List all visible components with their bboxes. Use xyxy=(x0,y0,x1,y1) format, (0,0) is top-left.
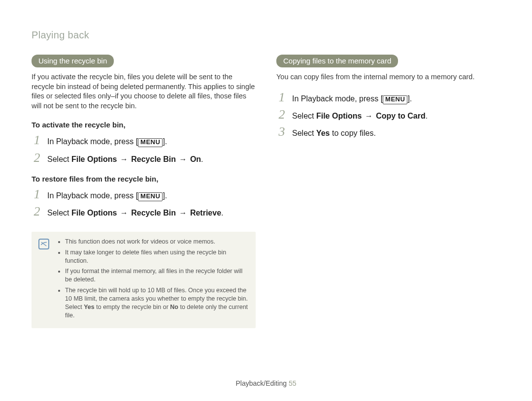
step-number: 2 xyxy=(32,205,42,218)
step-item: 1 In Playback mode, press [MENU]. xyxy=(276,91,500,104)
page-number: 55 xyxy=(289,379,297,387)
step-item: 1 In Playback mode, press [MENU]. xyxy=(32,134,256,147)
note-item: It may take longer to delete files when … xyxy=(65,248,249,265)
step-number: 1 xyxy=(32,188,42,201)
step-number: 2 xyxy=(32,152,42,164)
steps-copy-files: 1 In Playback mode, press [MENU]. 2 Sele… xyxy=(276,91,500,139)
step-text: Select File Options → Recycle Bin → On. xyxy=(47,154,203,165)
menu-button-label: MENU xyxy=(138,138,163,147)
right-column: Copying files to the memory card You can… xyxy=(276,55,500,328)
recycle-bin-description: If you activate the recycle bin, files y… xyxy=(32,72,256,111)
content-columns: Using the recycle bin If you activate th… xyxy=(32,55,500,328)
step-text: In Playback mode, press [MENU]. xyxy=(292,93,412,104)
step-number: 2 xyxy=(276,108,287,121)
subhead-activate-recycle-bin: To activate the recycle bin, xyxy=(32,121,256,129)
copy-files-description: You can copy files from the internal mem… xyxy=(276,72,500,82)
step-number: 1 xyxy=(32,134,42,147)
menu-button-label: MENU xyxy=(138,192,163,201)
note-icon xyxy=(38,239,49,249)
step-text: Select Yes to copy files. xyxy=(292,128,376,139)
step-item: 2 Select File Options → Copy to Card. xyxy=(276,108,500,122)
step-number: 3 xyxy=(276,125,287,138)
step-text: In Playback mode, press [MENU]. xyxy=(47,190,167,201)
step-item: 2 Select File Options → Recycle Bin → Re… xyxy=(32,205,256,218)
note-list: This function does not work for videos o… xyxy=(56,238,249,322)
step-text: In Playback mode, press [MENU]. xyxy=(47,136,167,147)
step-item: 2 Select File Options → Recycle Bin → On… xyxy=(32,152,256,165)
step-item: 3 Select Yes to copy files. xyxy=(276,125,500,139)
footer-section: Playback/Editing xyxy=(236,379,289,387)
steps-restore-recycle-bin: 1 In Playback mode, press [MENU]. 2 Sele… xyxy=(32,188,256,219)
left-column: Using the recycle bin If you activate th… xyxy=(32,55,256,328)
step-text: Select File Options → Recycle Bin → Retr… xyxy=(47,208,223,218)
step-item: 1 In Playback mode, press [MENU]. xyxy=(32,188,256,201)
manual-page: Playing back Using the recycle bin If yo… xyxy=(0,0,532,401)
menu-button-label: MENU xyxy=(383,95,407,104)
note-item: The recycle bin will hold up to 10 MB of… xyxy=(65,286,249,320)
page-footer: Playback/Editing 55 xyxy=(0,379,532,387)
step-number: 1 xyxy=(276,91,287,104)
section-pill-recycle-bin: Using the recycle bin xyxy=(32,55,114,67)
steps-activate-recycle-bin: 1 In Playback mode, press [MENU]. 2 Sele… xyxy=(32,134,256,165)
subhead-restore-recycle-bin: To restore files from the recycle bin, xyxy=(32,175,256,183)
section-pill-copy-files: Copying files to the memory card xyxy=(276,55,398,67)
note-item: If you format the internal memory, all f… xyxy=(65,267,249,284)
breadcrumb: Playing back xyxy=(32,30,500,41)
note-item: This function does not work for videos o… xyxy=(65,238,249,246)
note-box: This function does not work for videos o… xyxy=(32,232,256,328)
step-text: Select File Options → Copy to Card. xyxy=(292,111,428,122)
